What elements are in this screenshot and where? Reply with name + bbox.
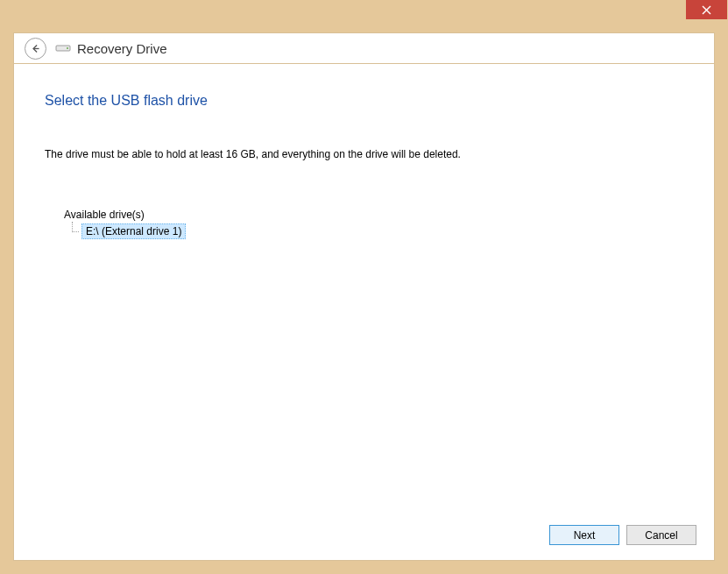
close-icon	[702, 5, 711, 15]
close-button[interactable]	[686, 0, 727, 19]
header-strip: Recovery Drive	[13, 32, 715, 64]
tree-connector-icon	[68, 225, 79, 237]
drive-item-e[interactable]: E:\ (External drive 1)	[81, 223, 186, 239]
arrow-left-icon	[30, 43, 41, 54]
next-button[interactable]: Next	[549, 525, 619, 545]
svg-point-4	[67, 47, 68, 49]
titlebar	[0, 0, 728, 32]
description-text: The drive must be able to hold at least …	[45, 148, 683, 160]
drive-icon	[55, 43, 71, 53]
cancel-button[interactable]: Cancel	[626, 525, 696, 545]
back-button[interactable]	[25, 38, 46, 60]
content-panel: Select the USB flash drive The drive mus…	[13, 64, 715, 561]
drive-list-item: E:\ (External drive 1)	[68, 223, 683, 239]
page-heading: Select the USB flash drive	[45, 93, 683, 109]
button-bar: Next Cancel	[549, 525, 696, 545]
header-title: Recovery Drive	[77, 41, 167, 56]
available-drives-label: Available drive(s)	[64, 209, 683, 221]
